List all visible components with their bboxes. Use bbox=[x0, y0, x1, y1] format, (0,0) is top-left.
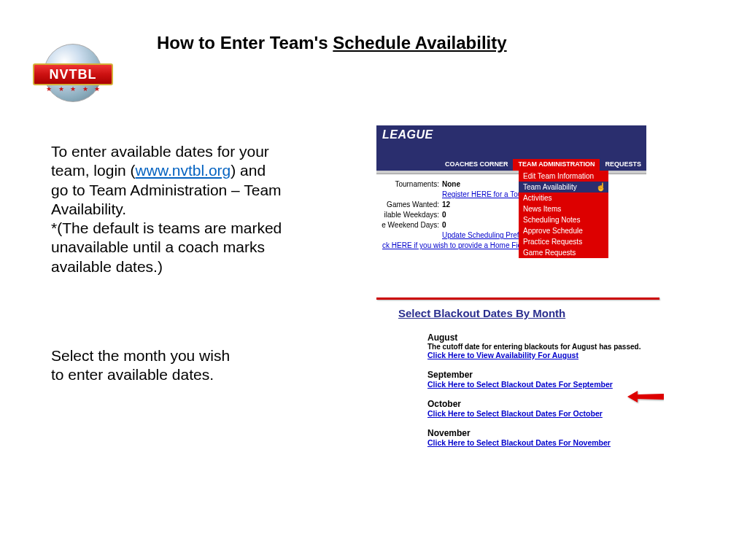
blackout-header: Select Blackout Dates By Month bbox=[398, 307, 659, 319]
tab-requests[interactable]: REQUESTS bbox=[600, 159, 646, 171]
team-admin-dropdown: Edit Team Information Team Availability … bbox=[519, 171, 608, 258]
stars-icon: ★ ★ ★ ★ ★ bbox=[46, 85, 102, 93]
tab-coaches-corner[interactable]: COACHES CORNER bbox=[440, 159, 514, 171]
november-select-link[interactable]: Click Here to Select Blackout Dates For … bbox=[427, 438, 611, 447]
august-view-link[interactable]: Click Here to View Availability For Augu… bbox=[427, 351, 578, 359]
october-select-link[interactable]: Click Here to Select Blackout Dates For … bbox=[427, 409, 603, 418]
menu-edit-team-info[interactable]: Edit Team Information bbox=[519, 171, 608, 182]
month-november: November bbox=[427, 428, 659, 438]
menu-team-availability[interactable]: Team Availability ☝ bbox=[519, 182, 608, 192]
body1-note: *(The default is teams are marked unavai… bbox=[51, 219, 282, 275]
august-cutoff-msg: The cutoff date for entering blackouts f… bbox=[427, 343, 659, 351]
weekdays-value: 0 bbox=[442, 210, 446, 220]
month-block-october: October Click Here to Select Blackout Da… bbox=[427, 399, 659, 418]
red-divider bbox=[376, 298, 659, 300]
september-select-link[interactable]: Click Here to Select Blackout Dates For … bbox=[427, 380, 613, 389]
tournaments-label: Tournaments: bbox=[376, 179, 442, 190]
menu-practice-requests[interactable]: Practice Requests bbox=[519, 236, 608, 247]
logo-banner: NVTBL bbox=[33, 63, 113, 85]
tab-team-administration[interactable]: TEAM ADMINISTRATION bbox=[513, 159, 600, 171]
cursor-icon: ☝ bbox=[596, 182, 606, 192]
screenshot-blackout-dates: Select Blackout Dates By Month August Th… bbox=[376, 298, 659, 457]
title-underlined: Schedule Availability bbox=[333, 33, 506, 52]
weekend-value: 0 bbox=[442, 220, 446, 230]
month-october: October bbox=[427, 399, 659, 409]
register-tournament-link[interactable]: Register HERE for a Tou bbox=[442, 190, 522, 198]
nav-tabs: COACHES CORNER TEAM ADMINISTRATION REQUE… bbox=[376, 159, 646, 171]
menu-game-requests[interactable]: Game Requests bbox=[519, 247, 608, 258]
menu-activities[interactable]: Activities bbox=[519, 192, 608, 203]
games-wanted-value: 12 bbox=[442, 200, 450, 210]
nvtbl-link[interactable]: www.nvtbl.org bbox=[136, 162, 231, 179]
weekdays-label: ilable Weekdays: bbox=[376, 210, 442, 220]
menu-scheduling-notes[interactable]: Scheduling Notes bbox=[519, 214, 608, 225]
month-block-september: September Click Here to Select Blackout … bbox=[427, 370, 659, 389]
games-wanted-label: Games Wanted: bbox=[376, 200, 442, 210]
weekend-label: e Weekend Days: bbox=[376, 220, 442, 230]
tournaments-value: None bbox=[442, 179, 460, 190]
menu-news-items[interactable]: News Items bbox=[519, 203, 608, 214]
page-title: How to Enter Team's Schedule Availabilit… bbox=[157, 33, 507, 53]
nvtbl-logo: NVTBL ★ ★ ★ ★ ★ bbox=[33, 47, 113, 98]
month-september: September bbox=[427, 370, 659, 380]
instruction-paragraph-1: To enter available dates for your team, … bbox=[51, 142, 285, 276]
menu-team-availability-label: Team Availability bbox=[523, 183, 577, 191]
nav-header: LEAGUE COACHES CORNER TEAM ADMINISTRATIO… bbox=[376, 125, 646, 171]
month-block-august: August The cutoff date for entering blac… bbox=[427, 332, 659, 359]
league-label: LEAGUE bbox=[382, 128, 433, 141]
home-field-link[interactable]: ck HERE if you wish to provide a Home Fi… bbox=[382, 241, 530, 249]
screenshot-team-admin: LEAGUE COACHES CORNER TEAM ADMINISTRATIO… bbox=[376, 125, 646, 264]
month-block-november: November Click Here to Select Blackout D… bbox=[427, 428, 659, 447]
menu-approve-schedule[interactable]: Approve Schedule bbox=[519, 225, 608, 236]
instruction-paragraph-2: Select the month you wish to enter avail… bbox=[51, 346, 233, 385]
month-august: August bbox=[427, 332, 659, 343]
title-prefix: How to Enter Team's bbox=[157, 33, 333, 52]
